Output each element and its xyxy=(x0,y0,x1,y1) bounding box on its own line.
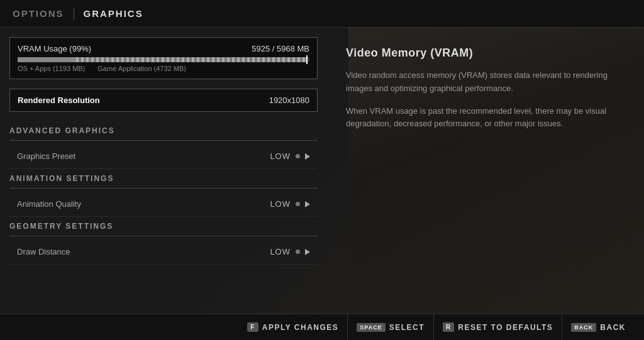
vram-values: 5925 / 5968 MB xyxy=(252,44,309,53)
vram-bar-cursor xyxy=(306,55,308,64)
section-animation-settings: ANIMATION SETTINGS xyxy=(9,169,318,189)
footer: F APPLY CHANGES SPACE SELECT R RESET TO … xyxy=(0,314,644,340)
main-content: VRAM Usage (99%) 5925 / 5968 MB OS + App… xyxy=(0,28,644,314)
animation-quality-control: LOW xyxy=(270,199,310,209)
draw-distance-value: LOW xyxy=(270,247,291,256)
select-label: SELECT xyxy=(389,323,425,332)
info-paragraph-1: Video random access memory (VRAM) stores… xyxy=(346,69,625,96)
draw-distance-arrow[interactable] xyxy=(305,249,310,255)
apply-label: APPLY CHANGES xyxy=(262,323,339,332)
select-key: SPACE xyxy=(357,323,385,332)
vram-box: VRAM Usage (99%) 5925 / 5968 MB OS + App… xyxy=(9,37,318,79)
animation-quality-dot xyxy=(296,202,300,206)
apply-key: F xyxy=(247,322,258,332)
back-label: BACK xyxy=(600,323,626,332)
graphics-preset-dot xyxy=(296,154,300,158)
section-advanced-graphics: ADVANCED GRAPHICS xyxy=(9,121,318,141)
draw-distance-label: Draw Distance xyxy=(17,247,70,256)
animation-quality-row[interactable]: Animation Quality LOW xyxy=(9,192,318,217)
vram-header: VRAM Usage (99%) 5925 / 5968 MB xyxy=(18,44,309,53)
graphics-preset-arrow[interactable] xyxy=(305,153,310,160)
right-panel: Video Memory (VRAM) Video random access … xyxy=(327,28,644,314)
graphics-preset-control: LOW xyxy=(270,151,310,161)
animation-quality-arrow[interactable] xyxy=(305,201,310,207)
apply-changes-button[interactable]: F APPLY CHANGES xyxy=(238,314,348,341)
animation-quality-value: LOW xyxy=(270,199,291,209)
graphics-preset-value: LOW xyxy=(270,151,291,161)
draw-distance-control: LOW xyxy=(270,247,310,256)
header-divider xyxy=(74,8,74,20)
info-paragraph-2: When VRAM usage is past the recommended … xyxy=(346,105,625,131)
section-geometry-settings: GEOMETRY SETTINGS xyxy=(9,217,318,236)
vram-bar-container xyxy=(18,57,309,62)
info-title: Video Memory (VRAM) xyxy=(346,47,625,60)
header-graphics-label: GRAPHICS xyxy=(84,8,143,19)
header-options-label: OPTIONS xyxy=(13,8,64,19)
vram-legend-game: Game Application (4732 MB) xyxy=(97,65,186,72)
vram-bar-game xyxy=(76,57,307,62)
vram-legend-os: OS + Apps (1193 MB) xyxy=(18,65,85,72)
draw-distance-row[interactable]: Draw Distance LOW xyxy=(9,239,318,265)
rendered-resolution-row: Rendered Resolution 1920x1080 xyxy=(9,89,318,112)
back-button[interactable]: BACK BACK xyxy=(562,314,635,341)
reset-defaults-button[interactable]: R RESET TO DEFAULTS xyxy=(434,314,562,341)
left-panel: VRAM Usage (99%) 5925 / 5968 MB OS + App… xyxy=(0,28,327,314)
vram-legend: OS + Apps (1193 MB) Game Application (47… xyxy=(18,65,309,72)
header: OPTIONS GRAPHICS xyxy=(0,0,644,28)
draw-distance-dot xyxy=(296,250,300,254)
select-button[interactable]: SPACE SELECT xyxy=(348,314,434,341)
graphics-preset-label: Graphics Preset xyxy=(17,151,75,161)
rendered-resolution-label: Rendered Resolution xyxy=(18,96,100,105)
vram-bar-os xyxy=(18,57,76,62)
reset-label: RESET TO DEFAULTS xyxy=(458,323,553,332)
back-key: BACK xyxy=(571,323,596,332)
reset-key: R xyxy=(443,322,454,332)
animation-quality-label: Animation Quality xyxy=(17,199,81,209)
graphics-preset-row[interactable]: Graphics Preset LOW xyxy=(9,144,318,169)
vram-label: VRAM Usage (99%) xyxy=(18,44,91,53)
rendered-resolution-value: 1920x1080 xyxy=(269,96,309,105)
